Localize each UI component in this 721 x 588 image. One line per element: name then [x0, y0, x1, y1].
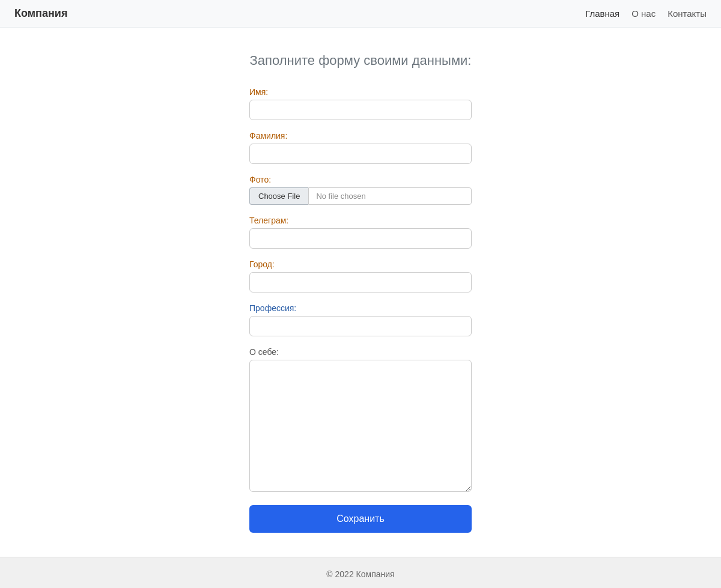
profession-input[interactable] [249, 316, 472, 336]
form-container: Имя: Фамилия: Фото: Choose File No file … [249, 87, 472, 533]
surname-label: Фамилия: [249, 131, 472, 141]
name-input[interactable] [249, 100, 472, 120]
site-footer: © 2022 Компания [0, 557, 721, 588]
choose-file-button[interactable]: Choose File [249, 187, 308, 205]
site-header: Компания Главная О нас Контакты [0, 0, 721, 28]
city-input[interactable] [249, 272, 472, 292]
nav-home[interactable]: Главная [585, 8, 619, 19]
save-button[interactable]: Сохранить [249, 505, 472, 533]
nav-contacts[interactable]: Контакты [668, 8, 707, 19]
brand-logo: Компания [14, 7, 67, 20]
form-title: Заполните форму своими данными: [250, 52, 472, 70]
file-status: No file chosen [308, 187, 472, 205]
telegram-input[interactable] [249, 228, 472, 249]
profession-group: Профессия: [249, 303, 472, 336]
city-group: Город: [249, 259, 472, 292]
telegram-group: Телеграм: [249, 216, 472, 249]
main-content: Заполните форму своими данными: Имя: Фам… [0, 28, 721, 557]
surname-group: Фамилия: [249, 131, 472, 164]
footer-text: © 2022 Компания [326, 569, 394, 579]
file-input-wrapper: Choose File No file chosen [249, 187, 472, 205]
name-label: Имя: [249, 87, 472, 97]
surname-input[interactable] [249, 144, 472, 164]
about-textarea[interactable] [249, 360, 472, 492]
photo-group: Фото: Choose File No file chosen [249, 175, 472, 205]
photo-label: Фото: [249, 175, 472, 184]
profession-label: Профессия: [249, 303, 472, 313]
about-label: О себе: [249, 347, 472, 357]
nav-about[interactable]: О нас [631, 8, 656, 19]
about-group: О себе: [249, 347, 472, 492]
name-group: Имя: [249, 87, 472, 120]
city-label: Город: [249, 259, 472, 269]
main-nav: Главная О нас Контакты [585, 8, 707, 19]
telegram-label: Телеграм: [249, 216, 472, 225]
